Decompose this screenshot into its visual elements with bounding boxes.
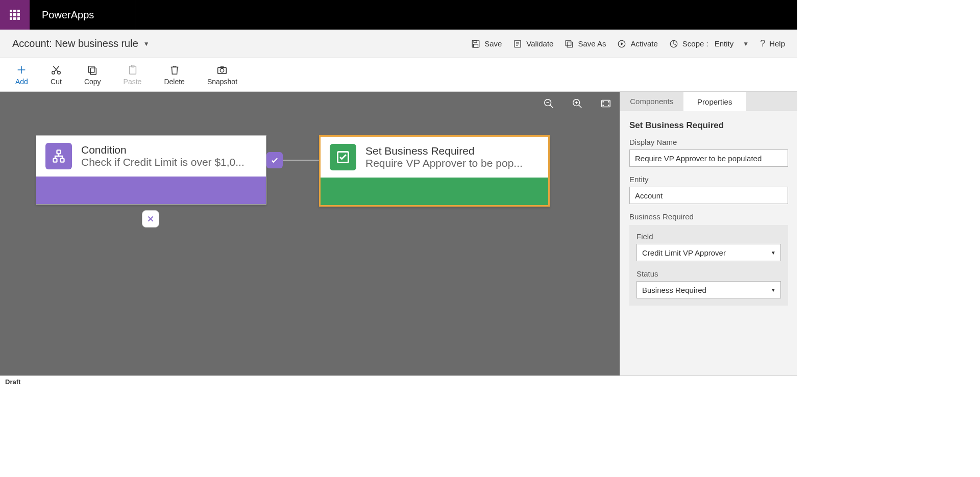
chevron-down-icon[interactable]: ▼ [143,40,150,47]
side-panel: Components Properties Set Business Requi… [620,92,797,375]
condition-node[interactable]: Condition Check if Credit Limit is over … [36,135,266,205]
canvas-toolbar [543,98,611,109]
snapshot-button[interactable]: Snapshot [207,64,237,86]
x-icon [146,214,155,223]
help-button[interactable]: ? Help [760,38,785,49]
condition-icon [45,143,72,169]
entity-input [629,187,788,204]
save-icon [471,39,480,48]
command-toolbar: Add Cut Copy Paste Delete Snapshot [0,58,797,92]
scope-label: Scope : [682,39,708,48]
save-as-button[interactable]: Save As [565,39,606,48]
save-label: Save [484,39,502,48]
svg-rect-1 [474,40,477,43]
zoom-in-icon[interactable] [572,98,583,109]
status-label: Status [636,269,781,278]
help-label: Help [769,39,785,48]
field-select[interactable] [636,244,781,261]
action-title: Set Business Required [365,145,523,157]
scope-value: Entity [715,39,734,48]
zoom-out-icon[interactable] [543,98,554,109]
help-icon: ? [760,38,765,49]
validate-label: Validate [526,39,553,48]
condition-false-port[interactable] [142,210,159,228]
activate-icon [617,39,626,48]
business-required-section: Field ▼ Status ▼ [629,225,788,306]
svg-rect-11 [91,68,96,74]
svg-rect-20 [54,159,57,162]
save-button[interactable]: Save [471,39,502,48]
tab-spacer [746,92,797,111]
camera-icon [216,64,228,76]
condition-footer-bar [36,177,266,204]
delete-button[interactable]: Delete [164,64,184,86]
add-label: Add [15,78,28,86]
activate-label: Activate [630,39,657,48]
field-label: Field [636,232,781,241]
scissors-icon [51,64,62,76]
action-icon [330,144,356,170]
validate-button[interactable]: Validate [513,39,553,48]
workspace: Condition Check if Credit Limit is over … [0,92,797,375]
chevron-down-icon: ▼ [743,40,749,47]
action-footer-bar [321,178,548,205]
status-text: Draft [5,378,20,386]
svg-rect-4 [566,40,572,46]
validate-icon [513,39,522,48]
subheader: Account: New business rule ▼ Save Valida… [0,30,797,58]
properties-panel: Set Business Required Display Name Entit… [620,111,797,375]
save-as-label: Save As [578,39,606,48]
svg-rect-19 [57,150,61,154]
clipboard-icon [127,64,138,76]
copy-button[interactable]: Copy [84,64,101,86]
trash-icon [169,64,180,76]
snapshot-label: Snapshot [207,78,237,86]
business-required-section-label: Business Required [629,212,788,221]
scope-control[interactable]: Scope : Entity ▼ [669,39,749,48]
condition-subtitle: Check if Credit Limit is over $1,0... [81,156,244,168]
svg-point-15 [220,68,224,72]
action-node-selected[interactable]: Set Business Required Require VP Approve… [319,135,550,207]
delete-label: Delete [164,78,184,86]
activate-button[interactable]: Activate [617,39,657,48]
svg-rect-5 [568,42,573,47]
svg-rect-21 [61,159,64,162]
condition-true-port[interactable] [266,152,283,168]
rule-title[interactable]: Account: New business rule [12,38,138,49]
display-name-input[interactable] [629,149,788,167]
paste-label: Paste [124,78,142,86]
brand-label: PowerApps [30,9,94,21]
svg-rect-2 [474,44,478,47]
tab-properties[interactable]: Properties [683,92,747,111]
side-tabs: Components Properties [620,92,797,111]
cut-label: Cut [51,78,62,86]
check-icon [270,156,279,165]
topbar-separator [135,0,135,30]
entity-label: Entity [629,175,788,184]
svg-rect-10 [89,66,94,72]
save-as-icon [565,39,574,48]
copy-label: Copy [84,78,101,86]
status-select[interactable] [636,281,781,298]
design-canvas[interactable]: Condition Check if Credit Limit is over … [0,92,620,375]
paste-button[interactable]: Paste [124,64,142,86]
action-subtitle: Require VP Approver to be pop... [365,157,523,169]
global-topbar: PowerApps [0,0,797,30]
add-button[interactable]: Add [15,64,28,86]
scope-icon [669,39,678,48]
connector-line [283,160,319,161]
condition-title: Condition [81,144,244,156]
panel-heading: Set Business Required [629,120,788,131]
cut-button[interactable]: Cut [51,64,62,86]
copy-icon [87,64,98,76]
waffle-icon [10,10,20,20]
app-launcher-button[interactable] [0,0,30,30]
plus-icon [16,64,27,76]
status-bar: Draft [0,375,797,388]
tab-components[interactable]: Components [620,92,683,111]
fit-to-screen-icon[interactable] [600,98,611,109]
display-name-label: Display Name [629,138,788,146]
